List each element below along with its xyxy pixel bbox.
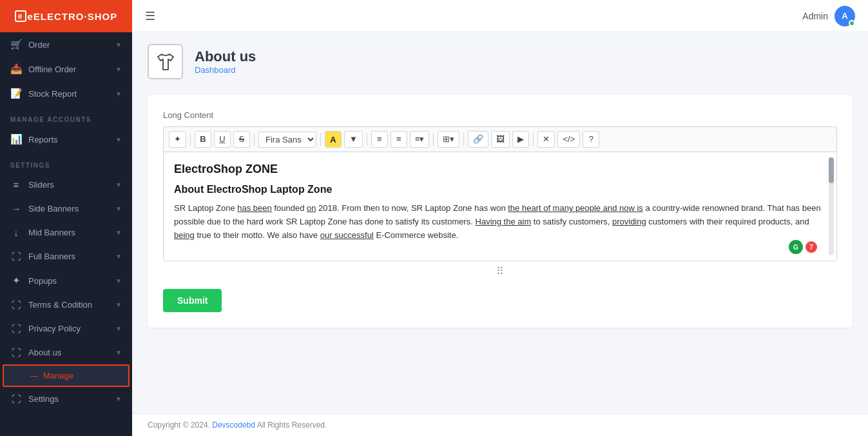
page-title: About us: [195, 48, 256, 65]
toolbar-magic-button[interactable]: ✦: [169, 131, 186, 148]
breadcrumb-link[interactable]: Dashboard: [195, 65, 256, 75]
sliders-icon: ≡: [10, 179, 22, 190]
footer: Copyright © 2024. Devscodebd All Rights …: [132, 413, 868, 436]
toolbar-bold-button[interactable]: B: [195, 131, 211, 148]
sidebar-item-popups[interactable]: ✦ Popups ▼: [0, 268, 132, 293]
editor-heading2: About ElectroShop Laptop Zone: [174, 184, 826, 195]
toolbar-separator-6: [463, 133, 464, 146]
toolbar-list-ol-button[interactable]: ≡: [391, 131, 407, 148]
toolbar-strikethrough-button[interactable]: S̶: [233, 131, 250, 148]
about-us-icon: ⛶: [10, 347, 22, 358]
sidebar-item-about-us[interactable]: ⛶ About us ▼: [0, 341, 132, 364]
sidebar-item-mid-banners-label: Mid Banners: [28, 228, 75, 237]
sidebar-item-terms[interactable]: ⛶ Terms & Codition ▼: [0, 293, 132, 317]
sidebar-item-settings-label: Settings: [28, 394, 59, 404]
sidebar-item-privacy-label: Privacy Policy: [28, 324, 81, 333]
toolbar-align-button[interactable]: ≡▾: [410, 131, 430, 148]
privacy-chevron-icon: ▼: [115, 325, 122, 332]
offline-order-icon: 📥: [10, 63, 22, 75]
settings-chevron-icon: ▼: [115, 395, 122, 402]
toolbar-table-button[interactable]: ⊞▾: [438, 131, 459, 148]
terms-icon: ⛶: [10, 299, 22, 310]
page-icon: [148, 44, 183, 79]
toolbar-separator-2: [254, 133, 255, 146]
avatar-online-dot: [849, 20, 855, 26]
terms-chevron-icon: ▼: [115, 301, 122, 308]
toolbar-link-button[interactable]: 🔗: [468, 131, 488, 148]
logo-e-badge: e: [15, 10, 26, 22]
editor-resize-handle[interactable]: ⠿: [163, 261, 837, 279]
toolbar-color-arrow-button[interactable]: ▼: [344, 131, 363, 148]
toolbar-separator-7: [533, 133, 534, 146]
sidebar-item-stock-report-label: Stock Report: [28, 89, 77, 99]
toolbar-source-button[interactable]: </>: [557, 131, 580, 148]
mid-banners-icon: ↓: [10, 227, 22, 238]
sidebar-item-terms-label: Terms & Codition: [28, 300, 92, 310]
sidebar-item-mid-banners[interactable]: ↓ Mid Banners ▼: [0, 221, 132, 244]
toolbar-separator-3: [320, 133, 321, 146]
editor-scrollbar-thumb[interactable]: [829, 157, 834, 183]
logo-text: eELECTRO·SHOP: [28, 11, 118, 22]
sidebar-item-order[interactable]: 🛒 Order ▼: [0, 32, 132, 57]
underline-span-hasbeen: has been: [237, 203, 272, 213]
resize-icon: ⠿: [496, 265, 504, 277]
toolbar-separator-4: [367, 133, 367, 146]
toolbar-help-button[interactable]: ?: [583, 131, 599, 148]
submit-button[interactable]: Submit: [163, 289, 222, 312]
toolbar-image-button[interactable]: 🖼: [491, 131, 510, 148]
full-banners-icon: ⛶: [10, 251, 22, 262]
main-area: ☰ Admin A About us Dashboard: [132, 0, 868, 436]
toolbar-separator-1: [190, 133, 191, 146]
underline-span-providing: providing: [612, 217, 646, 226]
sidebar-item-order-label: Order: [28, 40, 50, 50]
sidebar-item-sliders-label: Sliders: [28, 180, 54, 190]
menu-toggle-button[interactable]: ☰: [145, 9, 155, 23]
toolbar-underline-button[interactable]: U: [214, 131, 231, 148]
toolbar-list-ul-button[interactable]: ≡: [371, 131, 388, 148]
page-header: About us Dashboard: [132, 32, 868, 87]
sidebar-item-full-banners[interactable]: ⛶ Full Banners ▼: [0, 244, 132, 268]
grammarly-count[interactable]: 7: [805, 241, 817, 253]
full-banners-chevron-icon: ▼: [115, 253, 122, 260]
toolbar-color-button[interactable]: A: [325, 131, 342, 148]
toolbar-font-select[interactable]: Fira Sans: [258, 132, 316, 148]
footer-company-link[interactable]: Devscodebd: [212, 421, 255, 430]
sidebar-item-stock-report[interactable]: 📝 Stock Report ▼: [0, 81, 132, 106]
sidebar-item-sliders[interactable]: ≡ Sliders ▼: [0, 173, 132, 197]
toolbar-media-button[interactable]: ▶: [512, 131, 529, 148]
sidebar-logo[interactable]: e eELECTRO·SHOP: [0, 0, 132, 32]
about-us-chevron-icon: ▼: [115, 349, 122, 356]
grammarly-icon[interactable]: G: [789, 240, 803, 254]
content-area: Long Content ✦ B U S̶ Fira Sans A: [132, 87, 868, 413]
admin-label: Admin: [802, 11, 828, 21]
sidebar-item-settings[interactable]: ⛶ Settings ▼: [0, 387, 132, 411]
order-icon: 🛒: [10, 39, 22, 50]
reports-chevron-icon: ▼: [115, 136, 122, 143]
sliders-chevron-icon: ▼: [115, 181, 122, 188]
offline-order-chevron-icon: ▼: [115, 66, 122, 73]
privacy-icon: ⛶: [10, 323, 22, 334]
sidebar-item-side-banners[interactable]: → Side Banners ▼: [0, 197, 132, 221]
footer-copyright: Copyright © 2024.: [148, 421, 210, 430]
reports-icon: 📊: [10, 134, 22, 145]
underline-span-successful: our successful: [320, 230, 374, 240]
manage-accounts-label: MANAGE ACCOUNTS: [0, 106, 132, 127]
sidebar-item-privacy[interactable]: ⛶ Privacy Policy ▼: [0, 317, 132, 341]
sidebar-item-offline-order[interactable]: 📥 Offline Order ▼: [0, 57, 132, 81]
underline-span-on: on: [307, 203, 316, 213]
stock-report-icon: 📝: [10, 88, 22, 99]
stock-report-chevron-icon: ▼: [115, 90, 122, 97]
manage-dash-icon: —: [30, 372, 38, 381]
editor-content-area[interactable]: ElectroShop ZONE About ElectroShop Lapto…: [163, 152, 837, 261]
editor-heading1: ElectroShop ZONE: [174, 163, 826, 176]
sidebar-item-reports[interactable]: 📊 Reports ▼: [0, 127, 132, 152]
underline-span-heart: the heart of many people and now is: [508, 203, 643, 213]
sidebar-item-full-banners-label: Full Banners: [28, 252, 75, 261]
avatar: A: [834, 6, 855, 26]
sidebar-item-about-us-label: About us: [28, 348, 61, 357]
editor-scrollbar-track[interactable]: [829, 157, 834, 255]
underline-span-having: Having the aim: [476, 217, 532, 226]
sidebar-subitem-manage[interactable]: — Manage: [3, 364, 130, 387]
sidebar-item-side-banners-label: Side Banners: [28, 204, 79, 213]
toolbar-clear-button[interactable]: ✕: [537, 131, 555, 148]
